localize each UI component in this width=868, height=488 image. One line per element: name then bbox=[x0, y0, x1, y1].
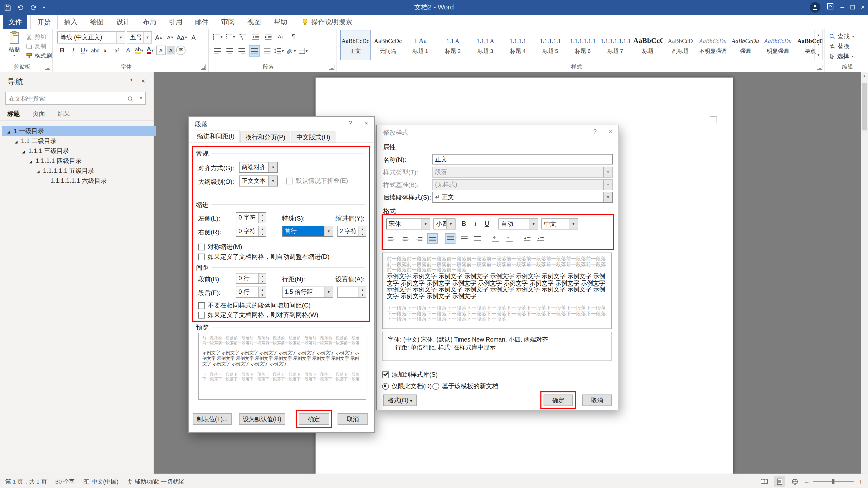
style-card-heading7[interactable]: 1.1.1.1.1.1.1标题 7 bbox=[600, 30, 630, 60]
nav-search-input[interactable] bbox=[6, 92, 145, 104]
nav-close-icon[interactable]: × bbox=[141, 77, 145, 85]
paragraph-dialog-launcher-icon[interactable] bbox=[329, 64, 334, 70]
style-card-heading6[interactable]: 1.1.1.1.1.1标题 6 bbox=[568, 30, 598, 60]
nav-heading-level6[interactable]: 1.1.1.1.1.1 六级目录 bbox=[2, 176, 199, 186]
nav-options-icon[interactable]: ▾ bbox=[130, 77, 133, 82]
account-avatar[interactable] bbox=[810, 2, 820, 12]
line-spacing-combo[interactable]: 1.5 倍行距 ▾ bbox=[282, 287, 333, 298]
ok-button[interactable]: 确定 bbox=[299, 413, 329, 425]
nav-heading-level5[interactable]: ◢1.1.1.1.1 五级目录 bbox=[2, 166, 185, 176]
dialog-close-icon[interactable]: × bbox=[603, 125, 619, 138]
auto-adjust-right-indent-checkbox[interactable]: 如果定义了文档网格，则自动调整右缩进(D) bbox=[198, 253, 330, 261]
nav-tab-pages[interactable]: 页面 bbox=[32, 109, 45, 119]
tab-design[interactable]: 设计 bbox=[110, 15, 136, 29]
font-size-combo[interactable]: 五号 ▾ bbox=[127, 31, 152, 43]
style-card-heading5[interactable]: 1.1.1.1.1标题 5 bbox=[535, 30, 565, 60]
character-shading-button[interactable]: A bbox=[167, 46, 175, 55]
print-layout-icon[interactable] bbox=[774, 476, 785, 487]
borders-button[interactable]: ▾ bbox=[298, 45, 308, 56]
find-button[interactable]: 查找 ▾ bbox=[829, 32, 854, 40]
collapse-triangle-icon[interactable]: ◢ bbox=[22, 147, 28, 156]
nav-heading-level2[interactable]: ◢1.1 二级目录 bbox=[2, 136, 163, 146]
dropdown-icon[interactable]: ▾ bbox=[421, 219, 430, 229]
style-card-subtle-emphasis[interactable]: AaBbCcDu不明显强调 bbox=[698, 30, 728, 60]
cancel-button[interactable]: 取消 bbox=[582, 394, 612, 406]
dropdown-icon[interactable]: ▾ bbox=[324, 226, 333, 236]
minimize-button[interactable]: – bbox=[840, 0, 844, 15]
style-color-combo[interactable]: 自动 ▾ bbox=[498, 219, 538, 229]
alignment-combo[interactable]: 两端对齐 ▾ bbox=[239, 162, 278, 173]
style-decrease-space-button[interactable] bbox=[504, 233, 514, 243]
ok-button[interactable]: 确定 bbox=[544, 394, 573, 406]
gallery-expand-icon[interactable]: ▾ bbox=[814, 50, 823, 60]
spin-up-icon[interactable]: ▴ bbox=[259, 273, 266, 279]
spin-down-icon[interactable]: ▾ bbox=[259, 292, 266, 297]
line-spacing-button[interactable]: ▾ bbox=[274, 45, 284, 56]
style-align-left-button[interactable] bbox=[386, 233, 397, 243]
replace-button[interactable]: 替换 bbox=[829, 42, 850, 50]
highlight-button[interactable]: ab▾ bbox=[134, 45, 144, 56]
spin-up-icon[interactable]: ▴ bbox=[259, 287, 266, 292]
nav-heading-level3[interactable]: ◢1.1.1 三级目录 bbox=[2, 146, 170, 156]
style-card-normal[interactable]: AaBbCcDc正文 bbox=[340, 30, 371, 60]
web-layout-icon[interactable] bbox=[789, 476, 800, 487]
spin-up-icon[interactable]: ▴ bbox=[259, 213, 266, 218]
style-single-spacing-button[interactable] bbox=[445, 233, 456, 243]
font-name-dropdown-icon[interactable]: ▾ bbox=[116, 32, 125, 43]
justify-button[interactable] bbox=[249, 45, 260, 57]
zoom-out-icon[interactable]: – bbox=[805, 478, 808, 485]
bold-button[interactable]: B bbox=[57, 45, 67, 56]
style-card-heading2[interactable]: 1.1 A标题 2 bbox=[438, 30, 468, 60]
enclose-characters-button[interactable]: 字 bbox=[176, 45, 186, 55]
zoom-slider[interactable] bbox=[813, 481, 854, 482]
style-card-intense-emphasis[interactable]: AaBbCcDu明显强调 bbox=[763, 30, 793, 60]
format-painter-button[interactable]: 格式刷 bbox=[26, 52, 52, 60]
distributed-button[interactable] bbox=[262, 45, 272, 56]
ribbon-display-options-icon[interactable] bbox=[827, 3, 834, 12]
indent-right-spinner[interactable]: 0 字符 ▴▾ bbox=[236, 226, 266, 237]
scroll-up-icon[interactable]: ▴ bbox=[861, 74, 868, 78]
numbering-button[interactable]: ▾ bbox=[225, 31, 235, 42]
style-card-heading4[interactable]: 1.1.1.1标题 4 bbox=[503, 30, 533, 60]
close-button[interactable]: × bbox=[861, 0, 865, 15]
scrollbar-thumb[interactable] bbox=[862, 83, 867, 130]
collapse-triangle-icon[interactable]: ◢ bbox=[29, 157, 36, 166]
dropdown-icon[interactable]: ▾ bbox=[603, 192, 612, 202]
style-card-title[interactable]: AaBbCcC标题 bbox=[633, 30, 663, 60]
cut-button[interactable]: 剪切 bbox=[26, 33, 46, 41]
styles-gallery-scrollbar[interactable]: ▴ ▾ ▾ bbox=[814, 30, 823, 60]
indent-left-spinner[interactable]: 0 字符 ▴▾ bbox=[236, 212, 266, 223]
new-documents-radio[interactable]: 基于该模板的新文档 bbox=[432, 382, 498, 391]
spacing-at-spinner[interactable]: ▴▾ bbox=[337, 287, 366, 298]
dialog-close-icon[interactable]: × bbox=[359, 117, 374, 130]
align-right-button[interactable] bbox=[237, 45, 247, 56]
grow-font-button[interactable]: A▴ bbox=[154, 32, 163, 43]
nav-heading-level4[interactable]: ◢1.1.1.1 四级目录 bbox=[2, 156, 178, 166]
tab-file[interactable]: 文件 bbox=[3, 15, 27, 29]
indent-by-spinner[interactable]: 2 字符 ▴▾ bbox=[337, 226, 366, 237]
dialog-help-icon[interactable]: ? bbox=[343, 117, 359, 130]
decrease-indent-button[interactable] bbox=[251, 31, 260, 42]
dropdown-icon[interactable]: ▾ bbox=[324, 287, 333, 297]
style-size-combo[interactable]: 小四 ▾ bbox=[433, 219, 456, 229]
collapse-triangle-icon[interactable]: ◢ bbox=[15, 137, 21, 146]
language-indicator[interactable]: 中文(中国) bbox=[83, 478, 119, 485]
word-count[interactable]: 30 个字 bbox=[55, 478, 75, 485]
dropdown-icon[interactable]: ▾ bbox=[569, 219, 578, 229]
style-underline-button[interactable]: U bbox=[482, 219, 492, 229]
underline-button[interactable]: U▾ bbox=[79, 45, 89, 56]
style-bold-button[interactable]: B bbox=[459, 219, 469, 229]
spin-down-icon[interactable]: ▾ bbox=[359, 292, 366, 297]
set-default-button[interactable]: 设为默认值(D) bbox=[239, 413, 285, 425]
paste-dropdown-icon[interactable]: ▾ bbox=[4, 54, 24, 58]
zoom-in-icon[interactable]: + bbox=[859, 478, 863, 485]
collapsed-by-default-checkbox[interactable]: 默认情况下折叠(E) bbox=[286, 176, 348, 186]
style-name-input[interactable]: 正文 bbox=[432, 154, 613, 164]
tab-layout[interactable]: 布局 bbox=[136, 15, 162, 29]
tab-help[interactable]: 帮助 bbox=[267, 15, 293, 29]
nav-search-icon[interactable] bbox=[127, 95, 134, 104]
spin-up-icon[interactable]: ▴ bbox=[359, 287, 366, 292]
style-card-heading3[interactable]: 1.1.1 A标题 3 bbox=[470, 30, 501, 60]
character-border-button[interactable]: A bbox=[156, 45, 166, 55]
paste-button[interactable]: 粘贴 ▾ bbox=[4, 31, 24, 62]
